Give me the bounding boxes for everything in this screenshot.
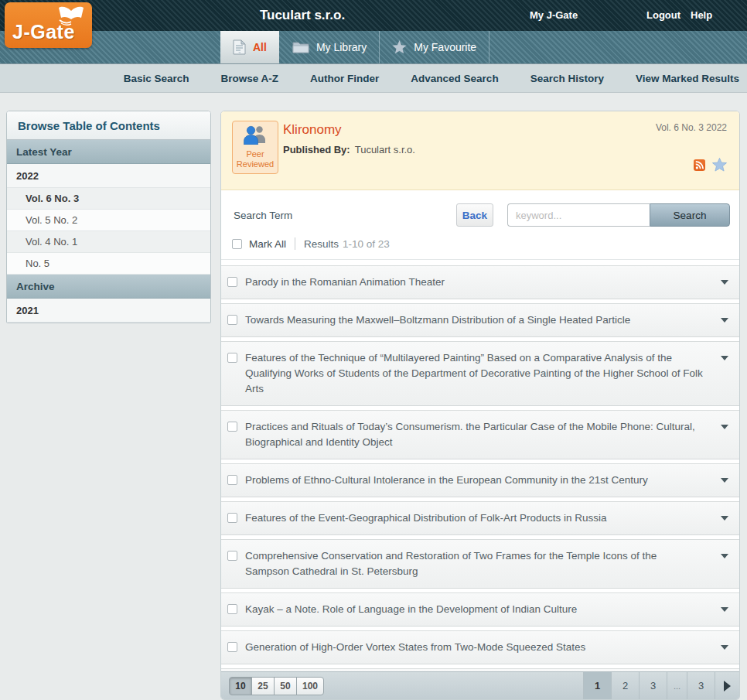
- article-row: Towards Measuring the Maxwell–Boltzmann …: [221, 303, 739, 337]
- mark-all-checkbox[interactable]: [232, 239, 242, 249]
- expand-caret-icon[interactable]: [721, 280, 728, 285]
- toc-issue-vol-4-no-1[interactable]: Vol. 4 No. 1: [7, 231, 210, 253]
- keyword-input[interactable]: [507, 203, 650, 227]
- expand-caret-icon[interactable]: [721, 478, 728, 483]
- nav-advanced-search[interactable]: Advanced Search: [411, 73, 498, 84]
- article-checkbox[interactable]: [227, 551, 237, 561]
- nav-view-marked-results[interactable]: View Marked Results: [636, 73, 739, 84]
- expand-caret-icon[interactable]: [721, 554, 728, 558]
- article-row: Comprehensive Conservation and Restorati…: [221, 539, 739, 589]
- tab-my-library[interactable]: My Library: [280, 31, 380, 63]
- article-row: Features of the Technique of “Multilayer…: [221, 341, 739, 406]
- help-link[interactable]: Help: [691, 9, 712, 21]
- favourite-star-icon[interactable]: [712, 158, 727, 175]
- published-by-line: Published By:Tuculart s.r.o.: [283, 144, 415, 155]
- results-range: 1-10 of 23: [343, 238, 390, 250]
- page-button-1[interactable]: 1: [583, 672, 611, 700]
- search-row: Search Term Back Search: [221, 190, 739, 237]
- toc-sidebar: Browse Table of Contents Latest Year2022…: [6, 111, 211, 323]
- toc-section-archive[interactable]: Archive: [7, 275, 210, 299]
- nav-author-finder[interactable]: Author Finder: [310, 73, 379, 84]
- app-title: Tuculart s.r.o.: [220, 8, 384, 23]
- published-by-label: Published By:: [283, 144, 350, 155]
- issue-label: Vol. 6 No. 3 2022: [656, 122, 727, 133]
- article-title: Features of the Technique of “Multilayer…: [245, 350, 703, 397]
- tab-my-library-label: My Library: [316, 41, 367, 53]
- jgate-logo[interactable]: J-Gate: [5, 2, 92, 48]
- article-title: Towards Measuring the Maxwell–Boltzmann …: [245, 312, 630, 328]
- toc-year-2021[interactable]: 2021: [7, 299, 210, 323]
- article-title: Generation of High-Order Vortex States f…: [245, 640, 585, 655]
- nav-search-history[interactable]: Search History: [530, 73, 604, 84]
- expand-caret-icon[interactable]: [721, 318, 728, 323]
- my-jgate-link[interactable]: My J-Gate: [530, 9, 578, 21]
- article-title: Parody in the Romanian Animation Theater: [245, 275, 445, 290]
- journal-title-link[interactable]: Klironomy: [283, 122, 342, 138]
- article-title: Problems of Ethno-Cultural Intolerance i…: [245, 473, 648, 488]
- expand-caret-icon[interactable]: [721, 516, 728, 521]
- page-size-50-button[interactable]: 50: [274, 677, 297, 695]
- journal-actions: [694, 158, 727, 175]
- folder-icon: [292, 41, 309, 53]
- mark-all-label: Mark All: [249, 238, 286, 250]
- search-button[interactable]: Search: [650, 203, 730, 227]
- divider: [295, 237, 295, 250]
- article-checkbox[interactable]: [227, 422, 237, 432]
- search-term-label: Search Term: [234, 210, 292, 221]
- toc-issue-vol-5-no-2[interactable]: Vol. 5 No. 2: [7, 210, 210, 231]
- page-size-group: 102550100: [229, 677, 324, 695]
- toc-year-2022[interactable]: 2022: [7, 164, 210, 188]
- nav-browse-a-z[interactable]: Browse A-Z: [221, 73, 279, 84]
- page-size-100-button[interactable]: 100: [296, 677, 324, 695]
- article-title: Practices and Rituals of Today’s Consume…: [245, 419, 703, 450]
- rss-icon[interactable]: [694, 159, 705, 174]
- logo-label: J-Gate: [12, 21, 75, 43]
- logout-link[interactable]: Logout: [646, 9, 680, 21]
- article-row: Problems of Ethno-Cultural Intolerance i…: [221, 463, 739, 497]
- page-button-3[interactable]: 3: [639, 672, 667, 700]
- page-size-10-button[interactable]: 10: [229, 677, 252, 695]
- back-button[interactable]: Back: [456, 203, 493, 227]
- toc-issue-no-5[interactable]: No. 5: [7, 253, 210, 275]
- article-title: Comprehensive Conservation and Restorati…: [245, 548, 703, 579]
- article-checkbox[interactable]: [227, 513, 237, 523]
- article-checkbox[interactable]: [227, 315, 237, 325]
- article-checkbox[interactable]: [227, 604, 237, 614]
- toc-title: Browse Table of Contents: [7, 111, 210, 140]
- page-button-3[interactable]: 3: [687, 672, 715, 700]
- main-nav: Basic SearchBrowse A-ZAuthor FinderAdvan…: [0, 63, 747, 93]
- page-button-2[interactable]: 2: [611, 672, 639, 700]
- results-label: Results: [304, 238, 339, 250]
- toc-issue-vol-6-no-3[interactable]: Vol. 6 No. 3: [7, 188, 210, 210]
- expand-caret-icon[interactable]: [721, 607, 728, 612]
- page-ellipsis: ...: [667, 672, 687, 700]
- article-checkbox[interactable]: [227, 353, 237, 363]
- top-header: Tuculart s.r.o. My J-Gate Logout Help: [0, 0, 747, 31]
- peer-users-icon: [242, 134, 268, 147]
- article-row: Parody in the Romanian Animation Theater: [221, 265, 739, 299]
- article-row: Features of the Event-Geographical Distr…: [221, 501, 739, 535]
- expand-caret-icon[interactable]: [721, 356, 728, 360]
- toc-section-latest-year[interactable]: Latest Year: [7, 140, 210, 164]
- article-checkbox[interactable]: [227, 475, 237, 485]
- article-row: Kayak – a Note. Role of Language in the …: [221, 592, 739, 627]
- article-row: Generation of High-Order Vortex States f…: [221, 630, 739, 664]
- peer-reviewed-badge: Peer Reviewed: [232, 121, 278, 174]
- expand-caret-icon[interactable]: [721, 425, 728, 429]
- expand-caret-icon[interactable]: [721, 645, 728, 650]
- keyword-search-group: Search: [507, 203, 730, 227]
- tab-my-favourite[interactable]: My Favourite: [380, 31, 489, 63]
- next-page-button[interactable]: [715, 672, 739, 700]
- page-size-25-button[interactable]: 25: [251, 677, 275, 695]
- publisher-name: Tuculart s.r.o.: [355, 144, 415, 155]
- article-checkbox[interactable]: [227, 277, 237, 287]
- article-list: Parody in the Romanian Animation Theater…: [221, 260, 739, 671]
- tab-my-favourite-label: My Favourite: [414, 41, 476, 53]
- tab-bar: All My Library My Favourite: [0, 31, 747, 63]
- peer-reviewed-label: Peer Reviewed: [234, 149, 276, 169]
- star-icon: [392, 40, 407, 54]
- tab-all[interactable]: All: [220, 31, 279, 63]
- article-checkbox[interactable]: [227, 642, 237, 652]
- page-buttons: 123...3: [583, 672, 739, 700]
- nav-basic-search[interactable]: Basic Search: [124, 73, 189, 84]
